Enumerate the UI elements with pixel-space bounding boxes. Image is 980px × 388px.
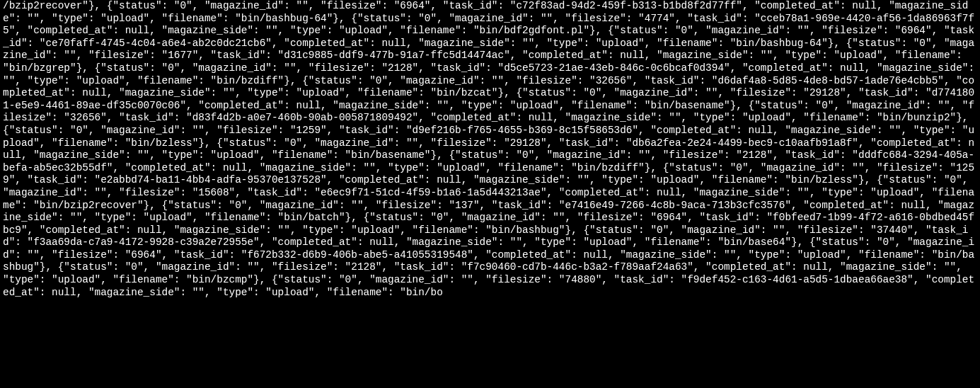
terminal-output: /bzip2recover"}, {"status": "0", "magazi… — [0, 0, 980, 299]
